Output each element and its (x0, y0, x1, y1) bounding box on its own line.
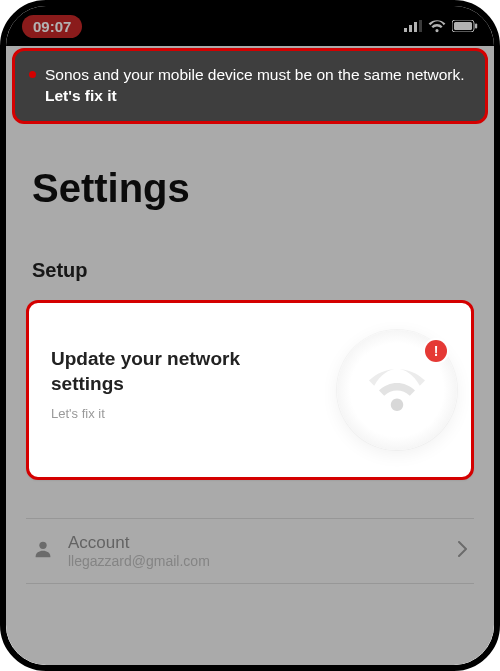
svg-rect-6 (475, 24, 477, 29)
section-setup-label: Setup (32, 259, 474, 282)
card-title: Update your network settings (51, 347, 281, 396)
update-network-card[interactable]: Update your network settings Let's fix i… (26, 300, 474, 480)
page-title: Settings (32, 166, 474, 211)
wifi-icon (428, 20, 446, 33)
account-email: llegazzard@gmail.com (68, 553, 444, 569)
device-frame: 09:07 Sonos and your mobile device must … (0, 0, 500, 671)
alert-badge-icon: ! (425, 340, 447, 362)
wifi-circle: ! (337, 330, 457, 450)
svg-point-7 (39, 542, 46, 549)
person-icon (32, 538, 54, 564)
device-notch (145, 6, 355, 40)
cellular-icon (404, 20, 422, 32)
svg-rect-1 (409, 25, 412, 32)
account-row[interactable]: Account llegazzard@gmail.com (26, 518, 474, 584)
status-time: 09:07 (22, 15, 82, 38)
account-text: Account llegazzard@gmail.com (68, 533, 444, 569)
chevron-right-icon (458, 541, 468, 561)
svg-rect-2 (414, 22, 417, 32)
battery-icon (452, 20, 478, 32)
network-warning-banner[interactable]: Sonos and your mobile device must be on … (12, 48, 488, 124)
page-content: Settings Setup Update your network setti… (6, 46, 494, 665)
status-icons (404, 20, 478, 33)
wifi-large-icon (366, 364, 428, 416)
svg-rect-0 (404, 28, 407, 32)
banner-text: Sonos and your mobile device must be on … (45, 66, 465, 83)
banner-fix-link[interactable]: Let's fix it (45, 87, 117, 104)
alert-dot-icon (29, 71, 36, 78)
svg-rect-5 (454, 22, 472, 30)
svg-rect-3 (419, 20, 422, 32)
account-label: Account (68, 533, 444, 553)
